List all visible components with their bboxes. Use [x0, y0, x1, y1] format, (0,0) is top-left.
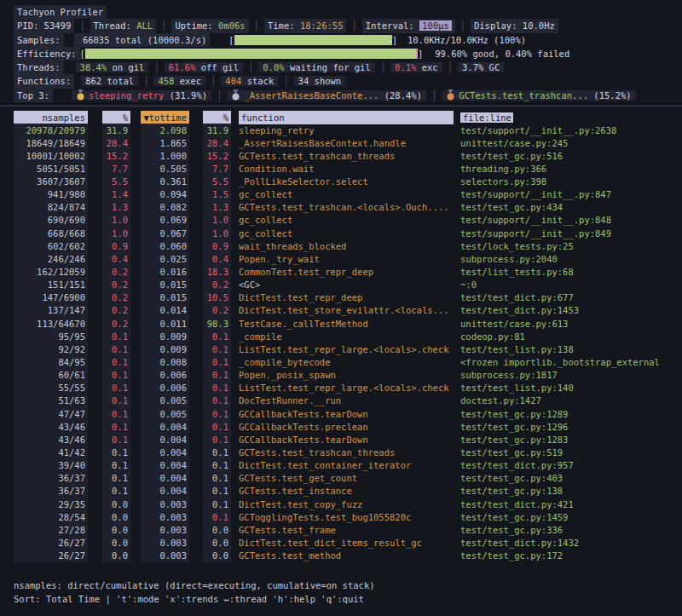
table-row[interactable]: 60/610.10.0060.1Popen._posix_spawnsubpro… [0, 369, 682, 382]
app-title: Tachyon Profiler [14, 5, 107, 19]
table-row[interactable]: 113/646700.20.01198.3TestCase._callTestM… [0, 317, 682, 330]
cell-nsamples: 26/27 [14, 549, 88, 562]
cell-pct: 5.5 [102, 175, 130, 188]
stat-value: 0m06s [218, 20, 246, 31]
top3-percent: (31.9%) [164, 90, 207, 101]
stat-pid: PID: 53499 [14, 19, 74, 32]
table-row[interactable]: 26/270.00.0030.0DictTest.test_dict_items… [0, 537, 682, 550]
cell-tottime: 0.006 [141, 381, 189, 394]
thread-stat-desc: on gil [107, 62, 144, 72]
top3-function-name: sleeping_retry [89, 90, 165, 101]
table-row[interactable]: 47/470.10.0050.1GCCallbackTests.tearDown… [0, 407, 682, 420]
function-stat-desc: exec [174, 76, 201, 86]
table-row[interactable]: 41/420.10.0040.1GCTests.test_trashcan_th… [0, 446, 682, 459]
cell-file-line: test/test_gc.py:1289 [460, 407, 682, 421]
table-row[interactable]: 162/120590.20.01618.3CommonTest.test_rep… [0, 266, 682, 279]
table-row[interactable]: 5051/50517.70.5057.7Condition.waitthread… [0, 163, 682, 176]
stat-uptime: Uptime: 0m06s [171, 19, 248, 32]
top3-entry[interactable]: _AssertRaisesBaseConte... (28.4%) [227, 90, 426, 101]
cell-pct: 7.7 [102, 162, 130, 176]
cell-pct: 0.1 [102, 394, 130, 407]
cell-file-line: test/test_gc.py:138 [460, 484, 682, 498]
cell-nsamples: 3607/3607 [14, 175, 88, 188]
cell-nsamples: 5051/5051 [14, 162, 88, 176]
table-row[interactable]: 43/460.10.0040.1GCCallbackTests.tearDown… [0, 433, 682, 446]
cell-file-line: unittest/case.py:245 [460, 136, 682, 150]
cell-pct: 0.1 [102, 368, 130, 382]
cell-function: gc_collect [239, 187, 454, 201]
table-row[interactable]: 55/550.10.0060.1ListTest.test_repr_large… [0, 382, 682, 394]
table-row[interactable]: 92/920.10.0090.1ListTest.test_repr_large… [0, 343, 682, 355]
functions-line: Functions: 862 total│458 exec│404 stack│… [0, 74, 682, 88]
stat-value: 10.0Hz [523, 20, 555, 31]
stat-interval: Interval: 100µs [362, 19, 455, 32]
cell-function: DictTest.test_copy_fuzz [239, 498, 454, 511]
table-row[interactable]: 51/630.10.0050.1DocTestRunner.__rundocte… [0, 394, 682, 407]
table-row[interactable]: 43/460.10.0040.1GCCallbackTests.preclean… [0, 420, 682, 433]
cell-cum-pct: 15.2 [203, 149, 231, 163]
cell-cum-pct: 0.4 [203, 252, 231, 266]
table-row[interactable]: 10001/1000215.21.00015.2GCTests.test_tra… [0, 149, 682, 162]
cell-function: sleeping_retry [239, 124, 454, 137]
title-line: Tachyon Profiler [0, 5, 682, 19]
table-row[interactable]: 3607/36075.50.3615.5_PollLikeSelector.se… [0, 176, 682, 188]
thread-stat-value: 0.1% [395, 62, 416, 72]
cell-tottime: 0.003 [141, 536, 189, 550]
cell-cum-pct: 0.9 [203, 239, 231, 253]
stat-display: Display: 10.0Hz [471, 19, 558, 32]
cell-function: GCTests.test_get_count [239, 471, 454, 485]
table-row[interactable]: 137/1470.20.0140.2DictTest.test_store_ev… [0, 304, 682, 317]
table-row[interactable]: 20978/2097931.92.09831.9sleeping_retryte… [0, 124, 682, 136]
cell-pct: 0.2 [102, 265, 130, 279]
function-stat-shown: 34 shown [294, 76, 346, 86]
cell-file-line: test/test_gc.py:516 [460, 149, 682, 163]
table-row[interactable]: 668/6681.00.0671.0gc_collecttest/support… [0, 227, 682, 239]
table-row[interactable]: 39/400.10.0040.1DictTest.test_container_… [0, 459, 682, 472]
cell-cum-pct: 28.4 [203, 136, 231, 150]
cell-file-line: test/lock_tests.py:25 [460, 239, 682, 253]
cell-nsamples: 602/602 [14, 239, 88, 253]
table-row[interactable]: 151/1510.20.0150.2<GC>~:0 [0, 279, 682, 291]
table-row[interactable]: 36/370.10.0040.1GCTests.test_get_countte… [0, 472, 682, 485]
cell-pct: 0.0 [102, 549, 130, 562]
table-row[interactable]: 246/2460.40.0250.4Popen._try_waitsubproc… [0, 252, 682, 265]
table-row[interactable]: 690/6901.00.0691.0gc_collecttest/support… [0, 214, 682, 227]
cell-function: gc_collect [239, 227, 454, 240]
cell-nsamples: 668/668 [14, 227, 88, 240]
cell-tottime: 1.865 [141, 136, 189, 150]
table-row[interactable]: 95/950.10.0090.1_compilecodeop.py:81 [0, 330, 682, 343]
table-row[interactable]: 147/69000.20.01510.5DictTest.test_repr_d… [0, 291, 682, 304]
stat-value: ALL [136, 20, 153, 31]
table-row[interactable]: 84/950.10.0080.1_compile_bytecode<frozen… [0, 356, 682, 369]
cell-cum-pct: 0.1 [203, 355, 231, 369]
table-row[interactable]: 26/270.00.0030.0GCTests.test_methodtest/… [0, 550, 682, 562]
table-row[interactable]: 36/370.10.0040.1GCTests.test_instancetes… [0, 485, 682, 498]
top3-entry[interactable]: sleeping_retry (31.9%) [72, 90, 211, 101]
top3-percent: (15.2%) [588, 90, 632, 101]
cell-nsamples: 137/147 [14, 303, 88, 317]
table-row[interactable]: 27/280.00.0030.0GCTests.test_frametest/t… [0, 523, 682, 536]
table-row[interactable]: 941/9801.40.0941.5gc_collecttest/support… [0, 188, 682, 201]
cell-file-line: test/list_tests.py:68 [460, 265, 682, 279]
stat-time: Time: 18:26:55 [264, 19, 347, 32]
cell-cum-pct: 0.1 [203, 446, 231, 459]
table-row[interactable]: 29/350.00.0030.1DictTest.test_copy_fuzzt… [0, 498, 682, 510]
cell-pct: 28.4 [102, 136, 130, 150]
cell-file-line: selectors.py:398 [460, 175, 682, 188]
table-row[interactable]: 824/8741.30.0821.3GCTests.test_trashcan.… [0, 201, 682, 214]
threads-label: Threads: [14, 60, 64, 74]
cell-cum-pct: 0.1 [203, 471, 231, 485]
cell-function: DictTest.test_container_iterator [239, 458, 454, 472]
table-row[interactable]: 28/540.00.0030.1GCTogglingTests.test_bug… [0, 510, 682, 523]
table-row[interactable]: 602/6020.90.0600.9wait_threads_blockedte… [0, 239, 682, 252]
stat-label: Display: [474, 20, 523, 31]
cell-nsamples: 246/246 [14, 252, 88, 266]
top3-entry[interactable]: GCTests.test_trashcan... (15.2%) [442, 90, 635, 101]
efficiency-bar: [] [80, 47, 424, 60]
separator: │ [138, 76, 153, 86]
cell-file-line: test/support/__init__.py:849 [460, 227, 682, 240]
table-row[interactable]: 18649/1864928.41.86528.4_AssertRaisesBas… [0, 136, 682, 149]
function-stat-total: 862 total [81, 76, 138, 86]
cell-nsamples: 43/46 [14, 433, 88, 446]
separator: │ [156, 19, 171, 32]
